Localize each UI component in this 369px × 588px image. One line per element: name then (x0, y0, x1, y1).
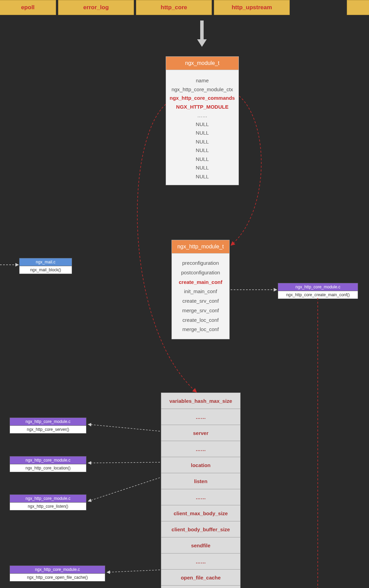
module-row: NULL (168, 137, 236, 146)
tab-label: epoll (21, 4, 35, 11)
tab-label: http_core (161, 4, 187, 11)
module-row: NULL (168, 146, 236, 155)
command-cell: …… (161, 553, 241, 570)
callout-file: ngx_http_core_module.c (10, 418, 86, 426)
http-module-panel: ngx_http_module_t preconfigurationpostco… (172, 240, 230, 339)
callout-fn: ngx_http_core_location() (10, 464, 86, 472)
module-row: name (168, 76, 236, 85)
command-cell: …… (161, 585, 241, 588)
callout-listen: ngx_http_core_module.c ngx_http_core_lis… (10, 494, 86, 510)
command-cell: client_body_buffer_size (161, 521, 241, 537)
http-row: init_main_conf (174, 287, 227, 296)
tab-http-upstream[interactable]: http_upstream (214, 0, 290, 15)
command-cell: …… (161, 441, 241, 457)
command-cell: location (161, 457, 241, 473)
callout-fn: ngx_http_core_listen() (10, 503, 86, 510)
http-module-panel-body: preconfigurationpostconfigurationcreate_… (172, 254, 229, 339)
callout-file: ngx_http_core_module.c (10, 565, 105, 574)
module-row: NULL (168, 163, 236, 172)
module-row: NULL (168, 155, 236, 164)
command-cell: variables_hash_max_size (161, 393, 241, 409)
callout-file: ngx_http_core_module.c (10, 494, 86, 503)
commands-table: variables_hash_max_size……server……locatio… (161, 393, 241, 588)
module-row: NULL (168, 128, 236, 137)
module-panel: ngx_module_t namengx_http_core_module_ct… (166, 56, 239, 185)
command-cell: …… (161, 489, 241, 505)
module-panel-title: ngx_module_t (166, 57, 238, 70)
tab-label: http_upstream (232, 4, 272, 11)
module-row: NULL (168, 120, 236, 129)
command-cell: listen (161, 473, 241, 489)
callout-file: ngx_mail.c (19, 258, 72, 266)
tab-epoll[interactable]: epoll (0, 0, 56, 15)
callout-server: ngx_http_core_module.c ngx_http_core_ser… (10, 418, 86, 434)
tab-label: error_log (83, 4, 109, 11)
callout-fn: ngx_http_core_open_file_cache() (10, 574, 105, 582)
command-cell: sendfile (161, 537, 241, 553)
command-cell: …… (161, 409, 241, 425)
down-arrow-icon (199, 20, 205, 46)
module-row: NGX_HTTP_MODULE (168, 102, 236, 111)
tab-http-core[interactable]: http_core (136, 0, 212, 15)
callout-create-main: ngx_http_core_module.c ngx_http_core_cre… (278, 283, 358, 299)
module-row: …… (168, 111, 236, 120)
callout-file: ngx_http_core_module.c (10, 456, 86, 464)
callout-open-file-cache: ngx_http_core_module.c ngx_http_core_ope… (10, 565, 105, 582)
tab-error-log[interactable]: error_log (58, 0, 134, 15)
callout-fn: ngx_http_core_create_main_conf() (278, 291, 358, 299)
http-module-panel-title: ngx_http_module_t (172, 240, 229, 254)
module-row: NULL (168, 172, 236, 181)
command-cell: server (161, 425, 241, 441)
module-row: ngx_http_core_module_ctx (168, 85, 236, 94)
callout-fn: ngx_mail_block() (19, 266, 72, 274)
callout-fn: ngx_http_core_server() (10, 426, 86, 434)
callout-file: ngx_http_core_module.c (278, 283, 358, 291)
command-cell: open_file_cache (161, 569, 241, 586)
command-cell: client_max_body_size (161, 505, 241, 521)
module-row: ngx_http_core_commands (168, 94, 236, 102)
http-row: preconfiguration (174, 258, 227, 268)
http-row: merge_srv_conf (174, 306, 227, 315)
module-panel-body: namengx_http_core_module_ctxngx_http_cor… (166, 70, 238, 185)
http-row: merge_loc_conf (174, 325, 227, 334)
tab-more[interactable] (347, 0, 369, 15)
callout-mail: ngx_mail.c ngx_mail_block() (19, 258, 72, 274)
http-row: create_main_conf (174, 277, 227, 287)
http-row: create_loc_conf (174, 315, 227, 325)
callout-location: ngx_http_core_module.c ngx_http_core_loc… (10, 456, 86, 472)
http-row: create_srv_conf (174, 296, 227, 306)
http-row: postconfiguration (174, 268, 227, 277)
